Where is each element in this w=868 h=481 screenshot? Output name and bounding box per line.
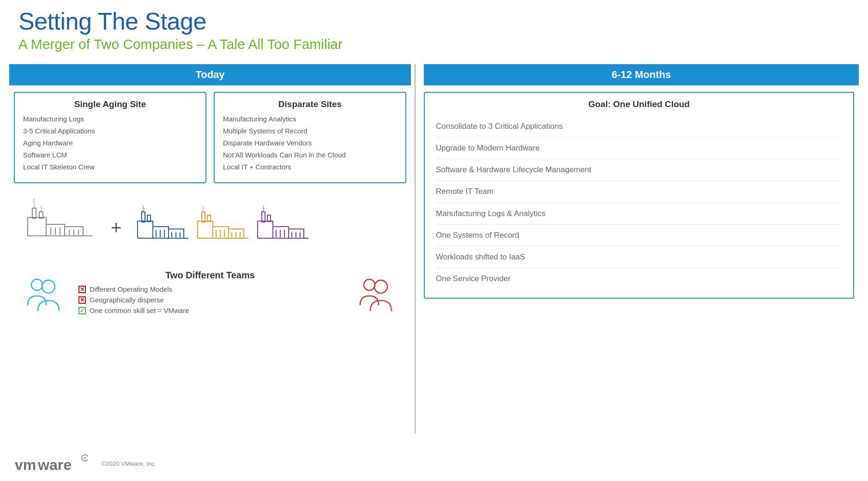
goal-item-7: Workloads shifted to IaaS [436,247,842,268]
goal-item-5: Manufacturing Logs & Analytics [436,203,842,225]
teams-item-3-text: One common skill set = VMware [90,307,189,314]
vmware-footer: vm ware R ©2020 VMware, Inc. [14,453,156,474]
svg-point-37 [42,280,55,293]
svg-rect-29 [267,215,271,222]
card1-item-4: Software LCM [23,150,197,160]
goal-item-2: Upgrade to Modern Hardware [436,138,842,159]
teams-title: Two Different Teams [78,270,342,281]
card1-item-3: Aging Hardware [23,138,197,148]
today-section-header: Today [9,64,411,85]
goal-item-4: Remote IT Team [436,181,842,203]
svg-point-38 [364,279,375,290]
card2-item-4: Not All Workloads Can Run in the Cloud [223,150,397,160]
right-panel: 6-12 Months Goal: One Unified Cloud Cons… [419,64,859,433]
svg-point-39 [374,280,387,293]
disparate-sites-card: Disparate Sites Manufacturing Analytics … [214,92,406,183]
goal-item-8: One Service Provider [436,268,842,289]
blue-team-icon [23,272,65,315]
header: Setting The Stage A Merger of Two Compan… [0,0,868,57]
single-factory-icon [23,199,97,256]
goal-box: Goal: One Unified Cloud Consolidate to 3… [424,92,854,299]
sub-title: A Merger of Two Companies – A Tale All T… [18,36,850,52]
card1-item-1: Manufacturing Logs [23,114,197,124]
card2-item-3: Disparate Hardware Vendors [223,138,397,148]
single-aging-site-card: Single Aging Site Manufacturing Logs 3-5… [14,92,206,183]
card1-item-2: 3-5 Critical Applications [23,126,197,136]
factory-purple-icon [255,204,311,252]
vertical-divider [415,64,416,433]
svg-text:R: R [84,456,87,461]
card2-item-5: Local IT + Contractors [223,162,397,172]
factory-area: + [9,190,411,265]
teams-text-block: Two Different Teams ✕ Different Operatin… [78,270,342,317]
goal-item-6: One Systems of Record [436,225,842,247]
svg-point-36 [31,279,42,290]
teams-item-1-text: Different Operating Models [90,285,172,293]
plus-sign: + [111,217,121,238]
checkbox-check-1: ✓ [78,307,86,314]
goal-title: Goal: One Unified Cloud [436,99,842,109]
copyright-text: ©2020 VMware, Inc. [102,460,156,467]
svg-rect-10 [142,212,145,222]
goal-item-1: Consolidate to 3 Critical Applications [436,116,842,138]
factory-orange-icon [195,204,251,252]
goal-item-3: Software & Hardware Lifecycle Management [436,159,842,181]
svg-rect-20 [207,215,211,222]
vmware-logo: vm ware R [14,453,88,474]
teams-item-3: ✓ One common skill set = VMware [78,307,342,314]
teams-item-2-text: Geographically disperse [90,296,164,304]
future-section-header: 6-12 Months [424,64,859,85]
card2-item-1: Manufacturing Analytics [223,114,397,124]
left-panel: Today Single Aging Site Manufacturing Lo… [9,64,411,433]
svg-rect-11 [147,215,151,222]
card2-title: Disparate Sites [223,99,397,109]
factory-blue-icon [135,204,191,252]
teams-item-1: ✕ Different Operating Models [78,285,342,293]
card2-item-2: Multiple Systems of Record [223,126,397,136]
svg-text:ware: ware [37,457,72,473]
checkbox-x-2: ✕ [78,296,86,304]
card1-title: Single Aging Site [23,99,197,109]
today-cards: Single Aging Site Manufacturing Logs 3-5… [9,85,411,190]
svg-rect-1 [32,208,36,218]
svg-text:vm: vm [15,457,36,473]
svg-rect-19 [202,212,205,222]
content-area: Today Single Aging Site Manufacturing Lo… [0,64,868,433]
checkbox-x-1: ✕ [78,286,86,293]
svg-rect-28 [262,212,265,222]
teams-area: Two Different Teams ✕ Different Operatin… [9,265,411,322]
teams-item-2: ✕ Geographically disperse [78,296,342,304]
main-title: Setting The Stage [18,8,850,35]
red-team-icon [356,272,397,315]
card1-item-5: Local IT Skeleton Crew [23,162,197,172]
